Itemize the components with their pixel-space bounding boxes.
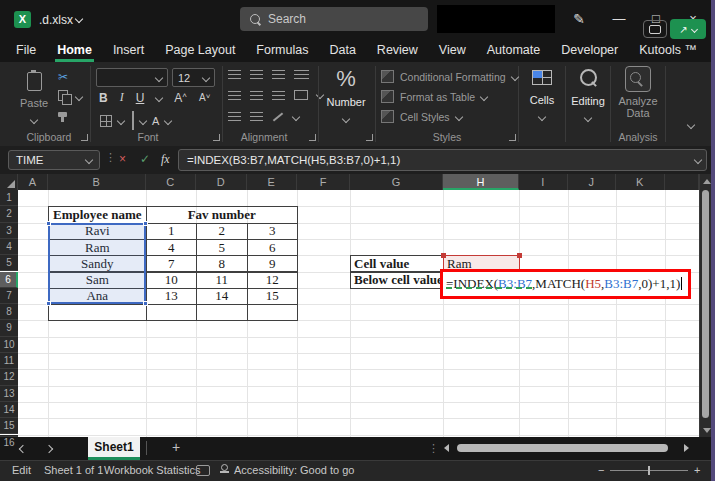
cell-B2-employee-name-header[interactable]: Employee name	[48, 206, 147, 223]
row-header-15[interactable]: 15	[0, 418, 18, 434]
col-header-B[interactable]: B	[48, 174, 146, 190]
orientation-button[interactable]	[273, 112, 283, 121]
styles-item-format-as-table[interactable]: Format as Table	[381, 90, 487, 103]
confirm-entry-icon[interactable]: ✓	[140, 152, 150, 166]
borders-chevron-icon[interactable]	[117, 117, 125, 125]
row-header-16[interactable]: 16	[0, 435, 18, 438]
vertical-scrollbar[interactable]	[699, 174, 711, 437]
name-box-resize-dots[interactable]: ⋮	[105, 151, 116, 164]
row-header-4[interactable]: 4	[0, 239, 18, 255]
col-header-D[interactable]: D	[196, 174, 247, 190]
font-color-button[interactable]: A	[152, 117, 159, 126]
minimize-button[interactable]: —	[610, 10, 628, 28]
hscroll-left-icon[interactable]	[444, 444, 449, 452]
styles-item-conditional-formatting[interactable]: Conditional Formatting	[381, 70, 518, 83]
row-header-6[interactable]: 6	[0, 272, 18, 288]
paste-button[interactable]: Paste	[16, 68, 52, 124]
add-sheet-button[interactable]: +	[172, 439, 180, 455]
collapse-ribbon-chevron-icon[interactable]	[687, 121, 695, 129]
sheet-count[interactable]: Sheet 1 of 1	[44, 464, 103, 476]
borders-button[interactable]	[100, 115, 112, 127]
align-bottom-button[interactable]	[272, 70, 285, 79]
styles-item-cell-styles[interactable]: Cell Styles	[381, 110, 462, 123]
cut-button[interactable]: ✂	[58, 70, 68, 84]
cell-G5-cell-value-label[interactable]: Cell value	[350, 255, 444, 272]
col-header-C[interactable]: C	[146, 174, 197, 190]
zoom-out-button[interactable]: −	[598, 464, 604, 476]
row-header-13[interactable]: 13	[0, 386, 18, 402]
col-header-F[interactable]: F	[297, 174, 350, 190]
underline-button[interactable]: U	[136, 91, 145, 105]
col-header-J[interactable]: J	[568, 174, 617, 190]
merge-center-button[interactable]	[294, 90, 308, 100]
menu-tab-insert[interactable]: Insert	[113, 43, 144, 57]
row-header-3[interactable]: 3	[0, 223, 18, 239]
align-left-button[interactable]	[228, 91, 241, 100]
cell-D6[interactable]: 11	[196, 272, 248, 289]
col-header-K[interactable]: K	[616, 174, 665, 190]
cell-E3[interactable]: 3	[247, 223, 299, 240]
row-header-14[interactable]: 14	[0, 402, 18, 418]
row-header-12[interactable]: 12	[0, 369, 18, 385]
menu-tab-automate[interactable]: Automate	[487, 43, 541, 57]
col-header-G[interactable]: G	[350, 174, 443, 190]
align-right-button[interactable]	[272, 91, 285, 100]
increase-font-button[interactable]: A˄	[174, 91, 187, 105]
workbook-statistics-button[interactable]: Workbook Statistics	[104, 464, 200, 476]
decrease-font-button[interactable]: A˅	[199, 92, 210, 103]
cell-C5[interactable]: 7	[146, 255, 198, 272]
cell-B8[interactable]	[48, 304, 147, 321]
zoom-slider-thumb[interactable]	[648, 466, 650, 475]
analyze-data-button[interactable]: Analyze Data	[612, 66, 664, 119]
row-header-8[interactable]: 8	[0, 304, 18, 320]
italic-button[interactable]: I	[120, 90, 124, 105]
row-header-10[interactable]: 10	[0, 337, 18, 353]
underline-chevron-icon[interactable]	[155, 93, 163, 101]
row-header-5[interactable]: 5	[0, 255, 18, 271]
col-header-H[interactable]: H	[443, 174, 519, 190]
menu-tab-data[interactable]: Data	[329, 43, 355, 57]
cell-C2-fav-number-header[interactable]: Fav number	[146, 206, 299, 223]
range-selection-B3-B7[interactable]	[48, 223, 146, 305]
align-center-button[interactable]	[250, 91, 263, 100]
next-sheet-chevron-icon[interactable]	[45, 445, 53, 453]
cell-C4[interactable]: 4	[146, 239, 198, 256]
align-middle-button[interactable]	[250, 70, 263, 79]
editing-button[interactable]: Editing	[567, 68, 609, 125]
cells-button[interactable]: Cells	[520, 68, 564, 124]
accessibility-status[interactable]: Accessibility: Good to go	[234, 464, 354, 476]
font-color-chevron-icon[interactable]	[164, 117, 172, 125]
insert-function-icon[interactable]: fx	[161, 152, 170, 167]
scroll-down-icon[interactable]	[703, 428, 711, 433]
cell-E5[interactable]: 9	[247, 255, 299, 272]
styles-dialog-launcher[interactable]	[509, 134, 516, 141]
cell-C3[interactable]: 1	[146, 223, 198, 240]
cell-C8[interactable]	[146, 304, 198, 321]
bold-button[interactable]: B	[99, 91, 108, 105]
col-header-E[interactable]: E	[247, 174, 298, 190]
alignment-dialog-launcher[interactable]	[309, 134, 316, 141]
menu-tab-page-layout[interactable]: Page Layout	[165, 43, 235, 57]
row-header-11[interactable]: 11	[0, 353, 18, 369]
scroll-up-icon[interactable]	[703, 179, 711, 184]
col-header-I[interactable]: I	[519, 174, 568, 190]
display-settings-icon[interactable]	[196, 465, 210, 476]
copy-chevron-icon[interactable]	[75, 93, 83, 101]
menu-tab-kutools-[interactable]: Kutools ™	[639, 43, 697, 57]
menu-tab-developer[interactable]: Developer	[561, 43, 618, 57]
horizontal-scrollbar-thumb[interactable]	[457, 444, 668, 452]
font-dialog-launcher[interactable]	[213, 134, 220, 141]
ink-pen-icon[interactable]: ✎	[570, 10, 588, 28]
comments-button[interactable]	[643, 20, 667, 38]
number-format-button[interactable]: % Number	[320, 66, 372, 126]
name-box[interactable]: TIME	[8, 150, 100, 170]
cell-D8[interactable]	[196, 304, 248, 321]
menu-tab-review[interactable]: Review	[377, 43, 418, 57]
title-dropdown-chevron-icon[interactable]	[75, 15, 83, 23]
col-header-A[interactable]: A	[18, 174, 48, 190]
cell-H6-formula-annotated[interactable]: =INDEX(B3:B7,MATCH(H5,B3:B7,0)+1,1)	[440, 269, 691, 299]
select-all-corner[interactable]	[0, 174, 18, 190]
hscroll-right-icon[interactable]	[684, 444, 689, 452]
cell-C6[interactable]: 10	[146, 272, 198, 289]
cell-E8[interactable]	[247, 304, 299, 321]
